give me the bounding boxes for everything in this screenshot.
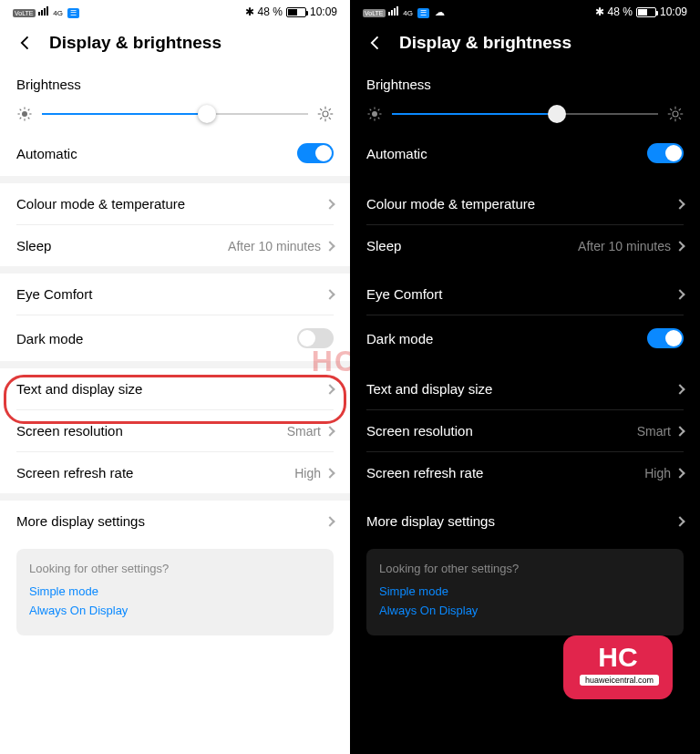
svg-point-0 <box>22 111 27 117</box>
battery-text: 48 % <box>608 5 633 18</box>
brightness-slider[interactable] <box>42 105 308 123</box>
sim-icon: ☰ <box>67 8 79 18</box>
svg-line-24 <box>378 118 380 119</box>
svg-line-8 <box>28 109 30 111</box>
brightness-row <box>366 101 684 130</box>
sleep-value: After 10 minutes <box>578 239 671 253</box>
eye-comfort-row[interactable]: Eye Comfort <box>16 274 334 315</box>
svg-line-33 <box>679 118 681 119</box>
other-settings-card: Looking for other settings? Simple mode … <box>366 549 684 635</box>
sleep-row[interactable]: Sleep After 10 minutes <box>366 225 684 266</box>
net-label: 4G <box>403 9 413 17</box>
sleep-row[interactable]: Sleep After 10 minutes <box>16 225 334 266</box>
status-left: VoLTE 4G ☰ <box>13 5 79 18</box>
time-text: 10:09 <box>310 5 337 18</box>
svg-line-6 <box>28 118 30 119</box>
refresh-value: High <box>294 466 321 480</box>
battery-text: 48 % <box>258 5 283 18</box>
dark-mode-label: Dark mode <box>366 331 433 346</box>
net-label: 4G <box>53 9 63 17</box>
dark-mode-toggle[interactable] <box>297 328 334 348</box>
simple-mode-link[interactable]: Simple mode <box>379 584 671 598</box>
chevron-right-icon <box>324 384 335 394</box>
sleep-label: Sleep <box>366 238 401 253</box>
more-settings-row[interactable]: More display settings <box>366 501 684 542</box>
refresh-row[interactable]: Screen refresh rate High <box>16 452 334 493</box>
dark-mode-toggle[interactable] <box>647 328 684 348</box>
other-settings-card: Looking for other settings? Simple mode … <box>16 549 334 635</box>
colour-mode-row[interactable]: Colour mode & temperature <box>16 183 334 224</box>
statusbar: VoLTE 4G ☰ ☁ ✱ 48 % 10:09 <box>350 0 700 20</box>
phone-dark: VoLTE 4G ☰ ☁ ✱ 48 % 10:09 Display & brig… <box>350 0 700 754</box>
svg-line-34 <box>670 118 672 119</box>
more-settings-label: More display settings <box>366 513 495 529</box>
phone-light: VoLTE 4G ☰ ✱ 48 % 10:09 Display & bright… <box>0 0 350 754</box>
dark-mode-row[interactable]: Dark mode <box>16 315 334 361</box>
aod-link[interactable]: Always On Display <box>29 604 321 617</box>
volte-icon: VoLTE <box>13 9 36 17</box>
resolution-row[interactable]: Screen resolution Smart <box>16 410 334 451</box>
colour-mode-row[interactable]: Colour mode & temperature <box>366 183 684 224</box>
hc-badge: HC huaweicentral.com <box>563 635 673 700</box>
bt-icon: ✱ <box>245 5 254 18</box>
resolution-row[interactable]: Screen resolution Smart <box>366 410 684 451</box>
refresh-row[interactable]: Screen refresh rate High <box>366 452 684 493</box>
automatic-toggle[interactable] <box>647 143 684 163</box>
svg-line-35 <box>679 108 681 110</box>
chevron-right-icon <box>674 468 685 478</box>
battery-icon <box>636 7 656 17</box>
statusbar: VoLTE 4G ☰ ✱ 48 % 10:09 <box>0 0 350 20</box>
chevron-right-icon <box>674 384 685 394</box>
colour-mode-label: Colour mode & temperature <box>366 196 535 212</box>
svg-line-16 <box>320 118 322 119</box>
eye-comfort-label: Eye Comfort <box>366 286 442 302</box>
bt-icon: ✱ <box>595 5 604 18</box>
text-size-row[interactable]: Text and display size <box>366 368 684 409</box>
brightness-section: Brightness Automatic <box>0 62 350 176</box>
chevron-right-icon <box>324 468 335 478</box>
svg-point-9 <box>323 111 328 117</box>
chevron-right-icon <box>674 516 685 526</box>
automatic-toggle[interactable] <box>297 143 334 163</box>
resolution-value: Smart <box>637 424 671 439</box>
chevron-right-icon <box>674 199 685 209</box>
simple-mode-link[interactable]: Simple mode <box>29 584 321 598</box>
resolution-label: Screen resolution <box>16 423 123 439</box>
automatic-label: Automatic <box>366 146 427 161</box>
text-size-label: Text and display size <box>16 381 142 397</box>
sim-icon: ☰ <box>417 8 429 18</box>
more-settings-row[interactable]: More display settings <box>16 501 334 542</box>
volte-icon: VoLTE <box>363 9 386 17</box>
dark-mode-row[interactable]: Dark mode <box>366 315 684 361</box>
text-size-row[interactable]: Text and display size <box>16 368 334 409</box>
aod-link[interactable]: Always On Display <box>379 604 671 617</box>
chevron-right-icon <box>324 199 335 209</box>
back-icon[interactable] <box>16 34 35 52</box>
automatic-label: Automatic <box>16 146 77 161</box>
refresh-value: High <box>644 466 671 480</box>
page-title: Display & brightness <box>399 33 571 53</box>
chevron-right-icon <box>674 289 685 299</box>
more-settings-label: More display settings <box>16 513 145 529</box>
eye-comfort-row[interactable]: Eye Comfort <box>366 274 684 315</box>
cloud-icon: ☁ <box>435 6 445 17</box>
battery-icon <box>286 7 306 17</box>
eye-comfort-label: Eye Comfort <box>16 286 92 302</box>
time-text: 10:09 <box>660 5 687 18</box>
sun-low-icon <box>16 106 33 122</box>
status-right: ✱ 48 % 10:09 <box>595 5 687 18</box>
svg-line-32 <box>670 108 672 110</box>
chevron-right-icon <box>324 426 335 436</box>
brightness-row <box>16 101 334 130</box>
automatic-row[interactable]: Automatic <box>16 130 334 176</box>
svg-line-5 <box>20 109 22 111</box>
header: Display & brightness <box>350 20 700 62</box>
signal-icon <box>38 6 48 15</box>
hc-badge-text: HC <box>580 645 656 671</box>
svg-line-7 <box>20 118 22 119</box>
brightness-slider[interactable] <box>392 105 658 123</box>
automatic-row[interactable]: Automatic <box>366 130 684 176</box>
back-icon[interactable] <box>366 34 385 52</box>
header: Display & brightness <box>0 20 350 62</box>
resolution-value: Smart <box>287 424 321 439</box>
